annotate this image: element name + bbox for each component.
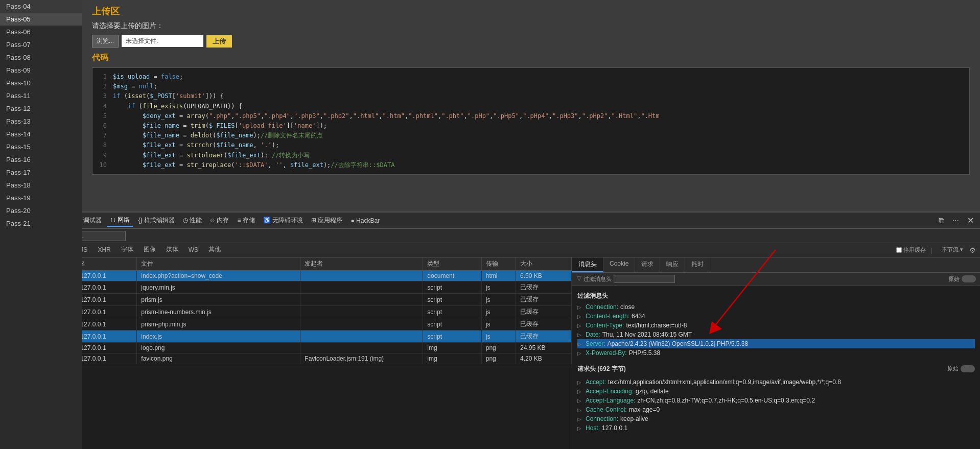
sidebar-item-pass-08[interactable]: Pass-08: [0, 51, 82, 64]
code-block: 1 $is_upload = false; 2 $msg = null; 3 i…: [92, 67, 970, 175]
code-title: 代码: [92, 53, 970, 63]
main-content: 上传区 请选择要上传的图片： 浏览... 未选择文件. 上传 代码 1 $is_…: [82, 0, 980, 212]
upload-label: 请选择要上传的图片：: [92, 21, 970, 31]
sidebar-item-pass-06[interactable]: Pass-06: [0, 26, 82, 38]
code-line: 2 $msg = null;: [97, 82, 965, 91]
sidebar-item-pass-14[interactable]: Pass-14: [0, 128, 82, 140]
sidebar-item-pass-07[interactable]: Pass-07: [0, 38, 82, 51]
sidebar-item-pass-11[interactable]: Pass-11: [0, 89, 82, 102]
sidebar-item-pass-09[interactable]: Pass-09: [0, 64, 82, 77]
sidebar-item-pass-15[interactable]: Pass-15: [0, 140, 82, 153]
devtools-panel: ☰ 查看器 ▣ 控制台 ◯ 调试器 ↑↓ 网络 {} 样式编辑器 ◷ 性能 ⊙ …: [0, 211, 980, 212]
sidebar: Pass-04 Pass-05 Pass-06 Pass-07 Pass-08 …: [0, 0, 82, 212]
sidebar-item-pass-10[interactable]: Pass-10: [0, 77, 82, 89]
code-line: 3 if (isset($_POST['submit'])) {: [97, 91, 965, 101]
sidebar-item-pass-18[interactable]: Pass-18: [0, 179, 82, 192]
sidebar-item-pass-13[interactable]: Pass-13: [0, 115, 82, 128]
code-line: 9 $file_ext = strtolower($file_ext); //转…: [97, 151, 965, 160]
sidebar-item-pass-19[interactable]: Pass-19: [0, 192, 82, 204]
file-input-display: 未选择文件.: [122, 35, 203, 47]
code-line: 7 $file_name = deldot($file_name);//删除文件…: [97, 131, 965, 140]
sidebar-item-pass-12[interactable]: Pass-12: [0, 102, 82, 115]
code-line: 10 $file_ext = str_ireplace('::$DATA', '…: [97, 160, 965, 170]
sidebar-item-pass-17[interactable]: Pass-17: [0, 166, 82, 179]
upload-title: 上传区: [92, 5, 970, 17]
code-line: 1 $is_upload = false;: [97, 72, 965, 82]
code-line: 4 if (file_exists(UPLOAD_PATH)) {: [97, 102, 965, 111]
sidebar-item-pass-16[interactable]: Pass-16: [0, 153, 82, 166]
sidebar-item-pass-05[interactable]: Pass-05: [0, 13, 82, 26]
browse-button[interactable]: 浏览...: [92, 35, 119, 48]
upload-section: 上传区 请选择要上传的图片： 浏览... 未选择文件. 上传: [92, 5, 970, 48]
upload-controls: 浏览... 未选择文件. 上传: [92, 35, 970, 48]
code-line: 8 $file_ext = strrchr($file_name, '.');: [97, 140, 965, 150]
upload-button[interactable]: 上传: [206, 35, 232, 48]
code-line: 6 $file_name = trim($_FILES['upload_file…: [97, 121, 965, 131]
sidebar-item-pass-04[interactable]: Pass-04: [0, 0, 82, 13]
sidebar-item-pass-20[interactable]: Pass-20: [0, 204, 82, 212]
code-line: 5 $deny_ext = array(".php",".php5",".php…: [97, 111, 965, 121]
